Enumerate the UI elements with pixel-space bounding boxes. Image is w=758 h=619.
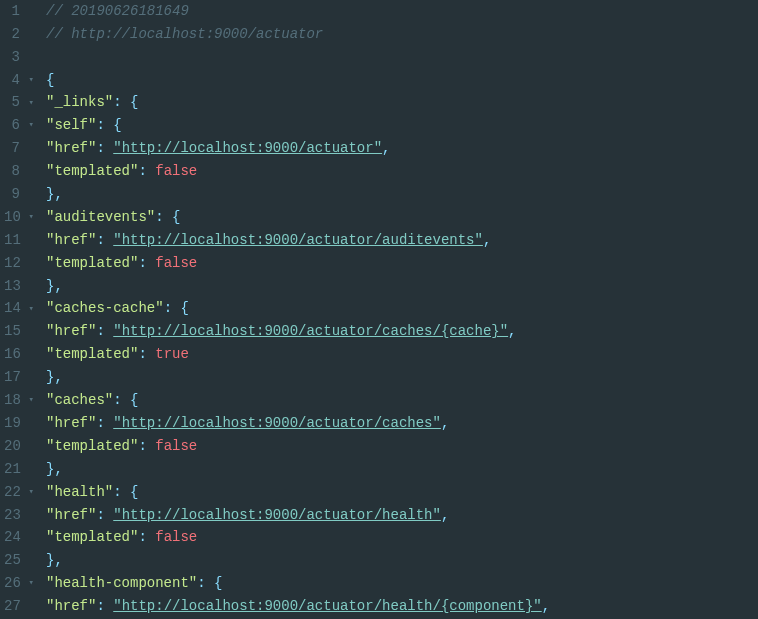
- code-area[interactable]: // 20190626181649 // http://localhost:90…: [42, 0, 758, 619]
- brace: }: [46, 275, 54, 298]
- json-key: "href": [46, 595, 96, 618]
- line-number: 18: [4, 389, 20, 412]
- json-bool: false: [155, 160, 197, 183]
- line-number: 25: [4, 549, 20, 572]
- punctuation: ,: [54, 275, 62, 298]
- punctuation: :: [113, 389, 130, 412]
- gutter-line: 10▾: [4, 206, 34, 229]
- json-bool: false: [155, 526, 197, 549]
- punctuation: :: [138, 160, 155, 183]
- json-url-value[interactable]: "http://localhost:9000/actuator/caches/{…: [113, 320, 508, 343]
- json-key: "health-component": [46, 572, 197, 595]
- gutter: 1 2 3 4▾ 5▾ 6▾ 7 8 9 10▾ 11 12 13 14▾ 15…: [0, 0, 42, 619]
- punctuation: :: [138, 252, 155, 275]
- punctuation: :: [164, 297, 181, 320]
- fold-icon[interactable]: ▾: [26, 73, 34, 88]
- line-number: 12: [4, 252, 20, 275]
- line-number: 3: [4, 46, 20, 69]
- line-number: 16: [4, 343, 20, 366]
- code-line: "templated": true: [46, 343, 754, 366]
- code-line: "caches": {: [46, 389, 754, 412]
- punctuation: ,: [508, 320, 516, 343]
- brace: {: [214, 572, 222, 595]
- line-number: 6: [4, 114, 20, 137]
- gutter-line: 19: [4, 412, 34, 435]
- json-url-value[interactable]: "http://localhost:9000/actuator/health/{…: [113, 595, 541, 618]
- code-line: "href": "http://localhost:9000/actuator/…: [46, 412, 754, 435]
- code-line: "auditevents": {: [46, 206, 754, 229]
- punctuation: :: [138, 435, 155, 458]
- fold-icon[interactable]: ▾: [26, 118, 34, 133]
- json-key: "templated": [46, 343, 138, 366]
- fold-icon[interactable]: ▾: [26, 393, 34, 408]
- json-url-value[interactable]: "http://localhost:9000/actuator/caches": [113, 412, 441, 435]
- line-number: 14: [4, 297, 20, 320]
- gutter-line: 14▾: [4, 298, 34, 321]
- json-key: "caches-cache": [46, 297, 164, 320]
- line-number: 4: [4, 69, 20, 92]
- code-line: "href": "http://localhost:9000/actuator/…: [46, 595, 754, 618]
- comment-text: // 20190626181649: [46, 0, 189, 23]
- punctuation: :: [96, 114, 113, 137]
- line-number: 23: [4, 504, 20, 527]
- line-number: 8: [4, 160, 20, 183]
- punctuation: :: [197, 572, 214, 595]
- gutter-line: 13: [4, 275, 34, 298]
- json-key: "href": [46, 229, 96, 252]
- punctuation: :: [96, 595, 113, 618]
- gutter-line: 25: [4, 549, 34, 572]
- json-url-value[interactable]: "http://localhost:9000/actuator/health": [113, 504, 441, 527]
- json-key: "templated": [46, 252, 138, 275]
- line-number: 11: [4, 229, 20, 252]
- json-url-value[interactable]: "http://localhost:9000/actuator": [113, 137, 382, 160]
- gutter-line: 20: [4, 435, 34, 458]
- line-number: 7: [4, 137, 20, 160]
- punctuation: :: [96, 320, 113, 343]
- json-url-value[interactable]: "http://localhost:9000/actuator/auditeve…: [113, 229, 483, 252]
- punctuation: ,: [483, 229, 491, 252]
- code-line: "href": "http://localhost:9000/actuator/…: [46, 229, 754, 252]
- brace: }: [46, 458, 54, 481]
- fold-icon[interactable]: ▾: [26, 576, 34, 591]
- fold-icon[interactable]: ▾: [26, 96, 34, 111]
- line-number: 15: [4, 320, 20, 343]
- json-key: "templated": [46, 160, 138, 183]
- punctuation: :: [138, 343, 155, 366]
- brace: {: [172, 206, 180, 229]
- line-number: 26: [4, 572, 20, 595]
- json-key: "templated": [46, 435, 138, 458]
- brace: {: [130, 389, 138, 412]
- code-line: "href": "http://localhost:9000/actuator"…: [46, 137, 754, 160]
- punctuation: :: [113, 481, 130, 504]
- json-bool: true: [155, 343, 189, 366]
- fold-icon[interactable]: ▾: [26, 210, 34, 225]
- json-key: "href": [46, 320, 96, 343]
- code-line: "templated": false: [46, 160, 754, 183]
- line-number: 17: [4, 366, 20, 389]
- code-line: // http://localhost:9000/actuator: [46, 23, 754, 46]
- code-editor: 1 2 3 4▾ 5▾ 6▾ 7 8 9 10▾ 11 12 13 14▾ 15…: [0, 0, 758, 619]
- brace: }: [46, 183, 54, 206]
- brace: {: [46, 69, 54, 92]
- punctuation: ,: [54, 458, 62, 481]
- punctuation: ,: [542, 595, 550, 618]
- punctuation: ,: [54, 366, 62, 389]
- gutter-line: 11: [4, 229, 34, 252]
- brace: {: [130, 481, 138, 504]
- fold-icon[interactable]: ▾: [26, 485, 34, 500]
- json-key: "auditevents": [46, 206, 155, 229]
- gutter-line: 15: [4, 320, 34, 343]
- punctuation: ,: [382, 137, 390, 160]
- code-line: "templated": false: [46, 435, 754, 458]
- gutter-line: 8: [4, 160, 34, 183]
- code-line: "caches-cache": {: [46, 298, 754, 321]
- code-line: "health": {: [46, 481, 754, 504]
- code-line: {: [46, 69, 754, 92]
- punctuation: ,: [54, 549, 62, 572]
- brace: {: [180, 297, 188, 320]
- punctuation: ,: [441, 504, 449, 527]
- fold-icon[interactable]: ▾: [26, 302, 34, 317]
- line-number: 5: [4, 91, 20, 114]
- gutter-line: 4▾: [4, 69, 34, 92]
- json-key: "caches": [46, 389, 113, 412]
